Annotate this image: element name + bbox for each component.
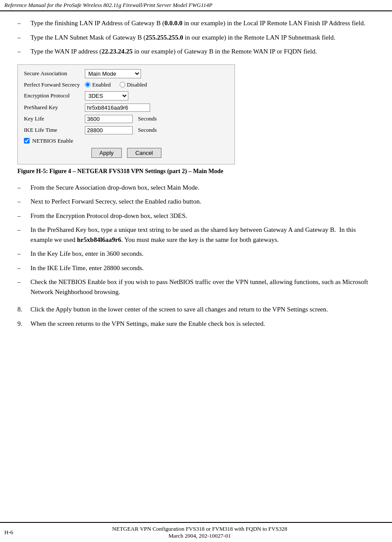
key-life-input[interactable] (85, 115, 133, 123)
ike-lifetime-seconds: Seconds (138, 127, 157, 134)
instr-item-7: – Check the NETBIOS Enable box if you wi… (17, 277, 375, 297)
footer-center: NETGEAR VPN Configuration FVS318 or FVM3… (13, 525, 386, 539)
ike-lifetime-control: Seconds (85, 126, 157, 134)
numbered-list: 8. Click the Apply button in the lower c… (17, 304, 375, 328)
netbios-row: NETBIOS Enable (24, 137, 228, 144)
ike-lifetime-input[interactable] (85, 126, 133, 134)
instr-dash-3: – (17, 211, 30, 221)
instr-dash-5: – (17, 249, 30, 259)
pfs-label: Perfect Forward Secrecy (24, 81, 85, 88)
bullet-item-1: – Type the finishing LAN IP Address of G… (17, 18, 375, 28)
instr-dash-6: – (17, 263, 30, 273)
num-9: 9. (17, 319, 30, 329)
encryption-protocol-control: 3DES DES AES-128 AES-256 (85, 91, 128, 100)
encryption-protocol-select[interactable]: 3DES DES AES-128 AES-256 (85, 91, 128, 100)
footer-line2: March 2004, 202-10027-01 (13, 532, 386, 539)
text-8: Click the Apply button in the lower cent… (30, 304, 375, 314)
encryption-protocol-label: Encryption Protocol (24, 92, 85, 99)
instr-dash-2: – (17, 197, 30, 207)
ike-lifetime-label: IKE Life Time (24, 127, 85, 134)
page-header: Reference Manual for the ProSafe Wireles… (0, 0, 392, 11)
encryption-protocol-row: Encryption Protocol 3DES DES AES-128 AES… (24, 91, 228, 100)
instruction-bullet-list: – From the Secure Association drop-down … (17, 183, 375, 297)
preshared-key-label: PreShared Key (24, 104, 85, 111)
instr-text-4: In the PreShared Key box, type a unique … (30, 225, 375, 244)
num-8: 8. (17, 304, 30, 314)
netbios-checkbox[interactable] (24, 138, 30, 144)
instr-text-5: In the Key Life box, enter in 3600 secon… (30, 249, 375, 259)
key-life-seconds: Seconds (138, 115, 157, 122)
instr-text-2: Next to Perfect Forward Secrecy, select … (30, 197, 375, 207)
key-life-row: Key Life Seconds (24, 115, 228, 123)
footer-right (386, 529, 388, 536)
main-content: – Type the finishing LAN IP Address of G… (0, 11, 392, 369)
figure-caption: Figure H-5: Figure 4 – NETGEAR FVS318 VP… (17, 168, 375, 175)
page-footer: H-6 NETGEAR VPN Configuration FVS318 or … (0, 522, 392, 542)
footer-line1: NETGEAR VPN Configuration FVS318 or FVM3… (13, 525, 386, 532)
bullet-dash-2: – (17, 33, 30, 43)
instr-dash-1: – (17, 183, 30, 193)
instr-item-5: – In the Key Life box, enter in 3600 sec… (17, 249, 375, 259)
cancel-button[interactable]: Cancel (127, 148, 161, 158)
form-button-row: Apply Cancel (24, 148, 228, 158)
pfs-enabled-radio[interactable] (85, 82, 90, 87)
preshared-key-input[interactable] (85, 104, 150, 112)
pfs-row: Perfect Forward Secrecy Enabled Disabled (24, 81, 228, 88)
instr-text-1: From the Secure Association drop-down bo… (30, 183, 375, 193)
footer-left: H-6 (4, 529, 13, 536)
instr-dash-4: – (17, 225, 30, 244)
pfs-disabled-label[interactable]: Disabled (120, 81, 147, 88)
instr-item-2: – Next to Perfect Forward Secrecy, selec… (17, 197, 375, 207)
apply-button[interactable]: Apply (91, 148, 122, 158)
instr-text-3: From the Encryption Protocol drop-down b… (30, 211, 375, 221)
numbered-item-8: 8. Click the Apply button in the lower c… (17, 304, 375, 314)
preshared-key-control (85, 104, 150, 112)
preshared-key-row: PreShared Key (24, 104, 228, 112)
secure-association-select[interactable]: Main Mode Aggressive Mode Manual (85, 69, 141, 78)
secure-association-label: Secure Association (24, 70, 85, 77)
key-life-label: Key Life (24, 115, 85, 122)
bullet-text-1: Type the finishing LAN IP Address of Gat… (30, 18, 375, 28)
numbered-item-9: 9. When the screen returns to the VPN Se… (17, 319, 375, 329)
instr-item-1: – From the Secure Association drop-down … (17, 183, 375, 193)
pfs-control: Enabled Disabled (85, 81, 147, 88)
instr-dash-7: – (17, 277, 30, 297)
bullet-item-2: – Type the LAN Subnet Mask of Gateway B … (17, 33, 375, 43)
instr-item-4: – In the PreShared Key box, type a uniqu… (17, 225, 375, 244)
instr-text-6: In the IKE Life Time, enter 28800 second… (30, 263, 375, 273)
bullet-item-3: – Type the WAN IP address (22.23.24.25 i… (17, 47, 375, 57)
netbios-label: NETBIOS Enable (32, 137, 73, 144)
header-text: Reference Manual for the ProSafe Wireles… (4, 2, 212, 8)
instr-item-6: – In the IKE Life Time, enter 28800 seco… (17, 263, 375, 273)
secure-association-control: Main Mode Aggressive Mode Manual (85, 69, 141, 78)
vpn-settings-form: Secure Association Main Mode Aggressive … (17, 64, 235, 164)
pfs-disabled-radio[interactable] (120, 82, 125, 87)
key-life-control: Seconds (85, 115, 157, 123)
intro-bullet-list: – Type the finishing LAN IP Address of G… (17, 18, 375, 57)
pfs-enabled-label[interactable]: Enabled (85, 81, 111, 88)
text-9: When the screen returns to the VPN Setti… (30, 319, 375, 329)
ike-lifetime-row: IKE Life Time Seconds (24, 126, 228, 134)
secure-association-row: Secure Association Main Mode Aggressive … (24, 69, 228, 78)
bullet-dash-3: – (17, 47, 30, 57)
bullet-dash-1: – (17, 18, 30, 28)
instr-item-3: – From the Encryption Protocol drop-down… (17, 211, 375, 221)
bullet-text-3: Type the WAN IP address (22.23.24.25 in … (30, 47, 375, 57)
bullet-text-2: Type the LAN Subnet Mask of Gateway B (2… (30, 33, 375, 43)
instr-text-7: Check the NETBIOS Enable box if you wish… (30, 277, 375, 297)
